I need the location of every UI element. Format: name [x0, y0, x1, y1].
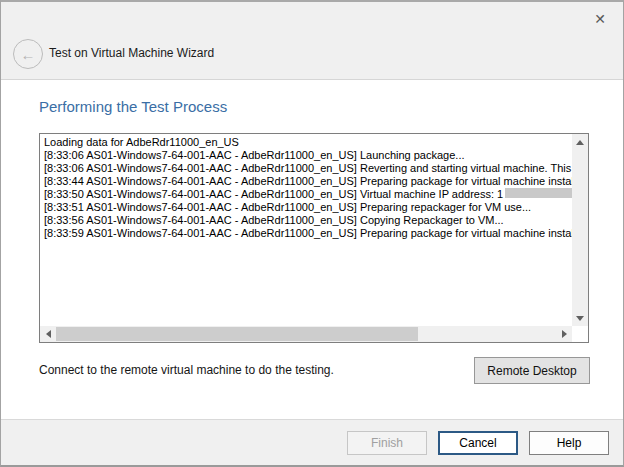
test-log-box[interactable]: Loading data for AdbeRdr11000_en_US[8:33… — [39, 133, 589, 343]
wizard-content: Performing the Test Process Loading data… — [1, 80, 623, 419]
horizontal-scroll-thumb[interactable] — [56, 327, 418, 341]
log-line: [8:33:44 AS01-Windows7-64-001-AAC - Adbe… — [44, 175, 568, 188]
wizard-dialog: ✕ ← Test on Virtual Machine Wizard Perfo… — [0, 0, 624, 467]
help-button[interactable]: Help — [529, 431, 609, 455]
wizard-footer: Finish Cancel Help — [1, 419, 623, 465]
wizard-header: ✕ ← Test on Virtual Machine Wizard — [1, 2, 623, 80]
log-line: [8:33:06 AS01-Windows7-64-001-AAC - Adbe… — [44, 149, 568, 162]
log-lines: Loading data for AdbeRdr11000_en_US[8:33… — [40, 134, 572, 326]
redacted-ip-value — [505, 188, 572, 198]
log-line: [8:33:59 AS01-Windows7-64-001-AAC - Adbe… — [44, 227, 568, 240]
cancel-button[interactable]: Cancel — [438, 431, 518, 455]
back-arrow-glyph: ← — [21, 47, 36, 62]
log-line: [8:33:51 AS01-Windows7-64-001-AAC - Adbe… — [44, 201, 568, 214]
page-title: Performing the Test Process — [39, 98, 227, 115]
log-line: [8:33:50 AS01-Windows7-64-001-AAC - Adbe… — [44, 188, 568, 201]
log-line: [8:33:06 AS01-Windows7-64-001-AAC - Adbe… — [44, 162, 568, 175]
log-line: [8:33:56 AS01-Windows7-64-001-AAC - Adbe… — [44, 214, 568, 227]
vertical-scrollbar[interactable] — [572, 134, 588, 326]
scroll-right-icon[interactable] — [556, 326, 572, 342]
scroll-left-icon[interactable] — [40, 326, 56, 342]
horizontal-scrollbar[interactable] — [40, 326, 572, 342]
wizard-title: Test on Virtual Machine Wizard — [49, 46, 214, 60]
instruction-text: Connect to the remote virtual machine to… — [39, 363, 334, 377]
scroll-up-icon[interactable] — [572, 134, 588, 150]
scroll-down-icon[interactable] — [572, 310, 588, 326]
back-arrow-icon[interactable]: ← — [13, 39, 43, 69]
close-icon[interactable]: ✕ — [587, 8, 613, 30]
finish-button[interactable]: Finish — [347, 431, 427, 455]
log-line: Loading data for AdbeRdr11000_en_US — [44, 136, 568, 149]
remote-desktop-button[interactable]: Remote Desktop — [474, 357, 590, 384]
